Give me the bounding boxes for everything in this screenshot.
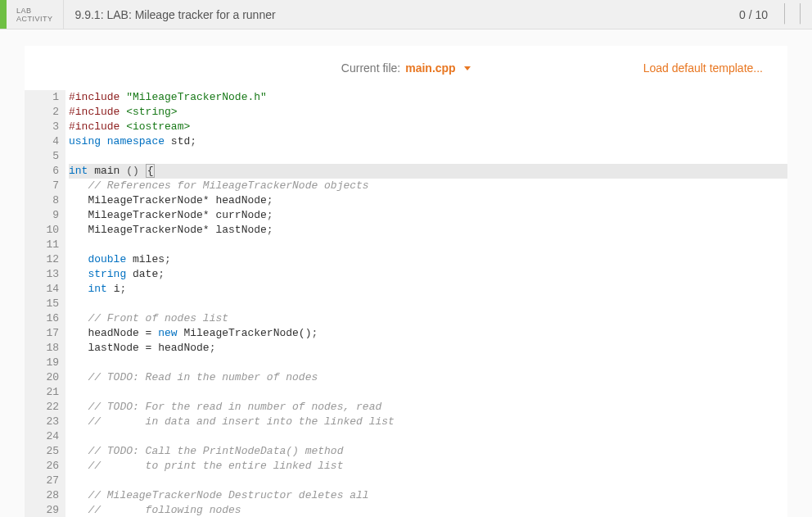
- code-line[interactable]: int i;: [69, 282, 787, 297]
- chevron-down-icon: [464, 66, 471, 70]
- code-line[interactable]: #include "MileageTrackerNode.h": [69, 90, 787, 105]
- code-area[interactable]: #include "MileageTrackerNode.h"#include …: [65, 90, 787, 517]
- code-line[interactable]: MileageTrackerNode* headNode;: [69, 193, 787, 208]
- code-line[interactable]: [69, 429, 787, 444]
- code-line[interactable]: using namespace std;: [69, 134, 787, 149]
- code-line[interactable]: // following nodes: [69, 503, 787, 517]
- score-display: 0 / 10: [726, 0, 781, 29]
- line-number: 28: [33, 488, 59, 503]
- load-default-template-link[interactable]: Load default template...: [643, 61, 763, 75]
- line-number-gutter: 1234567891011121314151617181920212223242…: [25, 90, 65, 517]
- line-number: 9: [33, 208, 59, 223]
- code-editor[interactable]: 1234567891011121314151617181920212223242…: [25, 90, 787, 517]
- line-number: 18: [33, 341, 59, 356]
- line-number: 27: [33, 474, 59, 488]
- line-number: 29: [33, 503, 59, 517]
- code-line[interactable]: [69, 385, 787, 400]
- code-line[interactable]: headNode = new MileageTrackerNode();: [69, 326, 787, 341]
- code-line[interactable]: // TODO: For the read in number of nodes…: [69, 400, 787, 415]
- lab-activity-badge: LAB ACTIVITY: [7, 0, 64, 29]
- code-line[interactable]: [69, 356, 787, 370]
- code-line[interactable]: MileageTrackerNode* lastNode;: [69, 223, 787, 238]
- file-dropdown[interactable]: main.cpp: [405, 61, 471, 75]
- line-number: 2: [33, 105, 59, 120]
- code-line[interactable]: [69, 474, 787, 488]
- code-line[interactable]: string date;: [69, 267, 787, 282]
- line-number: 17: [33, 326, 59, 341]
- line-number: 8: [33, 193, 59, 208]
- line-number: 3: [33, 120, 59, 134]
- line-number: 6: [33, 164, 59, 179]
- code-line[interactable]: lastNode = headNode;: [69, 341, 787, 356]
- code-line[interactable]: [69, 238, 787, 252]
- line-number: 15: [33, 297, 59, 311]
- code-line[interactable]: #include <iostream>: [69, 120, 787, 134]
- green-stripe: [0, 0, 7, 29]
- line-number: 21: [33, 385, 59, 400]
- line-number: 23: [33, 415, 59, 429]
- line-number: 25: [33, 444, 59, 459]
- current-file-name: main.cpp: [405, 61, 455, 75]
- code-line[interactable]: MileageTrackerNode* currNode;: [69, 208, 787, 223]
- code-line[interactable]: // References for MileageTrackerNode obj…: [69, 179, 787, 193]
- line-number: 13: [33, 267, 59, 282]
- line-number: 5: [33, 149, 59, 164]
- line-number: 12: [33, 252, 59, 267]
- editor-header: Current file: main.cpp Load default temp…: [25, 46, 787, 90]
- lab-header: LAB ACTIVITY 9.9.1: LAB: Mileage tracker…: [0, 0, 812, 29]
- code-line[interactable]: // Front of nodes list: [69, 311, 787, 326]
- line-number: 14: [33, 282, 59, 297]
- editor-container: Current file: main.cpp Load default temp…: [25, 46, 787, 517]
- lab-label-line2: ACTIVITY: [16, 15, 53, 23]
- lab-title: 9.9.1: LAB: Mileage tracker for a runner: [64, 0, 726, 29]
- code-line[interactable]: [69, 149, 787, 164]
- code-line[interactable]: // to print the entire linked list: [69, 459, 787, 474]
- line-number: 4: [33, 134, 59, 149]
- line-number: 22: [33, 400, 59, 415]
- code-line[interactable]: [69, 297, 787, 311]
- line-number: 24: [33, 429, 59, 444]
- lab-label-line1: LAB: [16, 7, 53, 15]
- current-file-label: Current file:: [341, 61, 400, 75]
- code-line[interactable]: // in data and insert into the linked li…: [69, 415, 787, 429]
- bookmark-button[interactable]: [781, 0, 812, 29]
- line-number: 16: [33, 311, 59, 326]
- bookmark-icon: [784, 3, 801, 25]
- code-line[interactable]: #include <string>: [69, 105, 787, 120]
- code-line[interactable]: double miles;: [69, 252, 787, 267]
- line-number: 11: [33, 238, 59, 252]
- line-number: 20: [33, 370, 59, 385]
- code-line[interactable]: // TODO: Read in the number of nodes: [69, 370, 787, 385]
- code-line[interactable]: int main () {: [69, 164, 787, 179]
- line-number: 10: [33, 223, 59, 238]
- line-number: 7: [33, 179, 59, 193]
- code-line[interactable]: // TODO: Call the PrintNodeData() method: [69, 444, 787, 459]
- line-number: 26: [33, 459, 59, 474]
- line-number: 1: [33, 90, 59, 105]
- code-line[interactable]: // MileageTrackerNode Destructor deletes…: [69, 488, 787, 503]
- line-number: 19: [33, 356, 59, 370]
